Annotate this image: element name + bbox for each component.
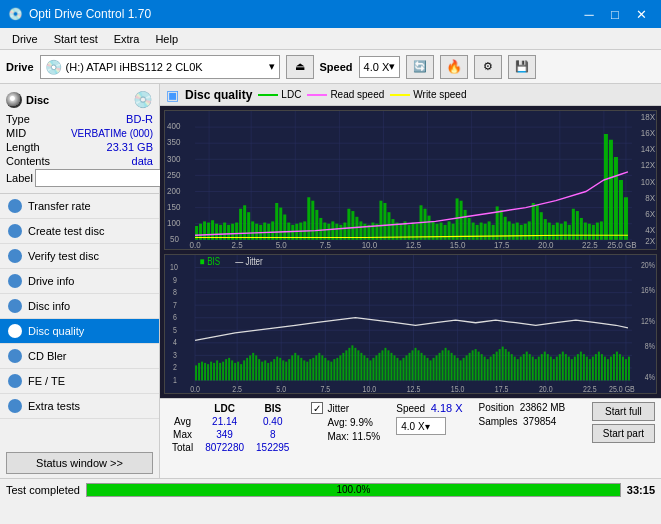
svg-rect-106 (428, 216, 431, 240)
svg-rect-207 (207, 364, 209, 380)
svg-rect-310 (517, 359, 519, 380)
svg-rect-94 (379, 201, 382, 240)
nav-extra-tests[interactable]: Extra tests (0, 394, 159, 419)
svg-text:2: 2 (173, 363, 177, 373)
jitter-label: Jitter (327, 403, 349, 414)
svg-rect-278 (421, 353, 423, 381)
svg-rect-135 (544, 219, 547, 240)
col-bis: BIS (250, 402, 295, 415)
menu-start-test[interactable]: Start test (46, 31, 106, 47)
svg-rect-280 (427, 358, 429, 381)
menu-extra[interactable]: Extra (106, 31, 148, 47)
svg-text:15.0: 15.0 (450, 239, 466, 249)
disc-panel: Disc 💿 Type BD-R MID VERBATIMe (000) Len… (0, 84, 159, 194)
svg-rect-251 (339, 355, 341, 380)
svg-rect-301 (490, 357, 492, 381)
svg-rect-330 (577, 354, 579, 380)
svg-rect-223 (255, 355, 257, 380)
status-bar: Test completed 100.0% 33:15 (0, 478, 661, 500)
svg-rect-119 (480, 223, 483, 240)
status-text: Test completed (6, 484, 80, 496)
jitter-max: 11.5% (352, 431, 380, 442)
svg-rect-347 (628, 357, 630, 381)
speed-select-small[interactable]: 4.0 X ▾ (396, 417, 446, 435)
disc-type: BD-R (126, 113, 153, 125)
nav-disc-info[interactable]: Disc info (0, 294, 159, 319)
svg-rect-87 (351, 211, 354, 240)
svg-text:50: 50 (170, 234, 179, 245)
svg-rect-105 (424, 209, 427, 240)
svg-text:— Jitter: — Jitter (235, 256, 263, 267)
nav-cd-bler[interactable]: CD Bler (0, 344, 159, 369)
nav-create-test-disc[interactable]: Create test disc (0, 219, 159, 244)
close-button[interactable]: ✕ (629, 4, 653, 24)
position-section: Position 23862 MB Samples 379854 (479, 402, 566, 427)
cd-bler-icon (8, 349, 22, 363)
svg-rect-336 (595, 354, 597, 380)
svg-rect-211 (219, 363, 221, 381)
svg-rect-239 (303, 360, 305, 380)
nav-drive-info[interactable]: Drive info (0, 269, 159, 294)
svg-text:7.5: 7.5 (320, 384, 330, 393)
save-button[interactable]: 💾 (508, 55, 536, 79)
menu-help[interactable]: Help (147, 31, 186, 47)
nav-extra-tests-label: Extra tests (28, 400, 80, 412)
nav-transfer-rate[interactable]: Transfer rate (0, 194, 159, 219)
svg-rect-303 (496, 352, 498, 381)
svg-rect-221 (249, 355, 251, 380)
nav-disc-quality-label: Disc quality (28, 325, 84, 337)
speed-dropdown-arrow: ▾ (389, 60, 395, 73)
svg-rect-246 (324, 358, 326, 381)
svg-text:20%: 20% (641, 260, 655, 270)
menu-drive[interactable]: Drive (4, 31, 46, 47)
svg-rect-265 (381, 350, 383, 380)
status-window-button[interactable]: Status window >> (6, 452, 153, 474)
drive-value: (H:) ATAPI iHBS112 2 CL0K (66, 61, 265, 73)
max-bis: 8 (250, 428, 295, 441)
drive-label: Drive (6, 61, 34, 73)
refresh-button[interactable]: 🔄 (406, 55, 434, 79)
svg-rect-283 (436, 355, 438, 380)
nav-fe-te[interactable]: FE / TE (0, 369, 159, 394)
avg-label: Avg (166, 415, 199, 428)
burn-button[interactable]: 🔥 (440, 55, 468, 79)
svg-rect-328 (571, 359, 573, 380)
jitter-checkbox[interactable]: ✓ (311, 402, 323, 414)
verify-test-disc-icon (8, 249, 22, 263)
start-part-button[interactable]: Start part (592, 424, 655, 443)
svg-rect-88 (355, 217, 358, 240)
svg-rect-329 (574, 357, 576, 381)
svg-rect-277 (418, 350, 420, 380)
disc-info-icon (8, 299, 22, 313)
charts-area: 400 350 300 250 200 150 100 50 18X 16X 1… (160, 106, 661, 398)
svg-rect-212 (222, 362, 224, 381)
settings-button[interactable]: ⚙ (474, 55, 502, 79)
svg-rect-295 (472, 350, 474, 380)
svg-rect-279 (424, 355, 426, 380)
svg-text:5.0: 5.0 (276, 239, 287, 249)
speed-selector[interactable]: 4.0 X ▾ (359, 56, 401, 78)
svg-rect-237 (297, 355, 299, 380)
svg-text:16X: 16X (641, 128, 655, 139)
maximize-button[interactable]: □ (603, 4, 627, 24)
drive-selector[interactable]: 💿 (H:) ATAPI iHBS112 2 CL0K ▾ (40, 55, 280, 79)
svg-text:4: 4 (173, 338, 177, 348)
nav-disc-quality[interactable]: Disc quality (0, 319, 159, 344)
svg-rect-68 (275, 203, 278, 240)
svg-rect-274 (408, 353, 410, 381)
disc-label-input[interactable] (35, 169, 170, 187)
svg-rect-264 (378, 353, 380, 381)
legend-read-speed: Read speed (307, 89, 384, 100)
svg-rect-255 (351, 345, 353, 380)
svg-rect-205 (201, 362, 203, 381)
svg-text:10.0: 10.0 (363, 384, 377, 393)
minimize-button[interactable]: ─ (577, 4, 601, 24)
svg-rect-204 (198, 363, 200, 381)
svg-rect-52 (211, 220, 214, 240)
svg-rect-249 (333, 359, 335, 380)
nav-verify-test-disc[interactable]: Verify test disc (0, 244, 159, 269)
svg-rect-273 (405, 355, 407, 380)
svg-rect-236 (294, 353, 296, 381)
eject-button[interactable]: ⏏ (286, 55, 314, 79)
start-full-button[interactable]: Start full (592, 402, 655, 421)
